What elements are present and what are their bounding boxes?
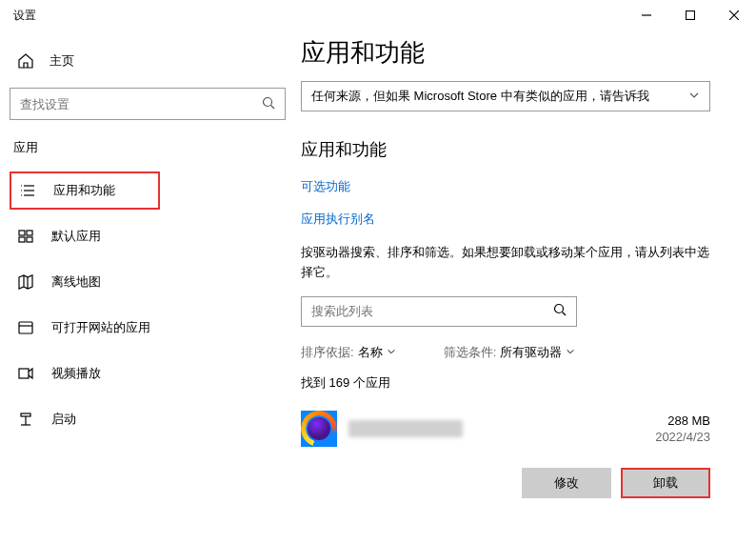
svg-rect-13 <box>27 231 32 235</box>
close-button[interactable] <box>712 0 756 30</box>
filter-label: 筛选条件: <box>444 344 497 361</box>
window-title: 设置 <box>13 8 625 24</box>
sort-value: 名称 <box>358 344 383 361</box>
home-button[interactable]: 主页 <box>10 42 291 80</box>
search-icon <box>553 303 567 319</box>
chevron-down-icon <box>688 90 700 104</box>
app-size: 288 MB <box>655 413 710 428</box>
startup-icon <box>17 411 34 428</box>
svg-line-23 <box>563 312 567 316</box>
nav-label: 启动 <box>51 411 76 428</box>
category-label: 应用 <box>10 139 291 156</box>
nav-apps-features[interactable]: 应用和功能 <box>10 171 160 210</box>
svg-rect-19 <box>21 413 30 416</box>
optional-features-link[interactable]: 可选功能 <box>301 178 733 195</box>
svg-rect-1 <box>686 11 695 20</box>
list-icon <box>19 182 36 199</box>
map-icon <box>17 273 34 291</box>
svg-rect-14 <box>19 237 25 242</box>
minimize-button[interactable] <box>625 0 668 30</box>
modify-button[interactable]: 修改 <box>522 468 611 498</box>
sort-selector[interactable]: 排序依据: 名称 <box>301 344 396 361</box>
chevron-down-icon <box>566 345 575 359</box>
defaults-icon <box>17 228 34 245</box>
nav-label: 默认应用 <box>51 228 101 245</box>
app-list-search[interactable] <box>301 296 577 327</box>
nav-website-apps[interactable]: 可打开网站的应用 <box>10 309 160 347</box>
firefox-icon <box>301 411 337 447</box>
nav-label: 应用和功能 <box>53 182 115 199</box>
app-date: 2022/4/23 <box>655 430 710 444</box>
settings-search-input[interactable] <box>20 97 262 111</box>
home-label: 主页 <box>50 52 74 70</box>
filter-selector[interactable]: 筛选条件: 所有驱动器 <box>444 344 576 361</box>
svg-rect-12 <box>19 231 25 235</box>
app-list-item[interactable]: 288 MB 2022/4/23 <box>301 405 710 453</box>
settings-search[interactable] <box>10 88 286 120</box>
chevron-down-icon <box>387 345 396 359</box>
uninstall-button[interactable]: 卸载 <box>621 468 710 498</box>
app-list-search-input[interactable] <box>311 304 553 318</box>
nav-default-apps[interactable]: 默认应用 <box>10 217 160 255</box>
svg-rect-15 <box>27 237 32 242</box>
svg-point-22 <box>555 305 564 313</box>
section-title: 应用和功能 <box>301 138 733 161</box>
app-alias-link[interactable]: 应用执行别名 <box>301 211 733 228</box>
svg-line-5 <box>271 105 275 109</box>
body-text: 按驱动器搜索、排序和筛选。如果想要卸载或移动某个应用，请从列表中选择它。 <box>301 243 710 283</box>
maximize-button[interactable] <box>668 0 712 30</box>
sort-label: 排序依据: <box>301 344 354 361</box>
svg-point-4 <box>264 97 272 106</box>
nav-video-playback[interactable]: 视频播放 <box>10 354 160 393</box>
nav-label: 视频播放 <box>51 365 101 382</box>
nav-label: 可打开网站的应用 <box>51 319 150 336</box>
dropdown-value: 任何来源，但如果 Microsoft Store 中有类似的应用，请告诉我 <box>311 88 649 105</box>
link-icon <box>17 319 34 336</box>
svg-rect-18 <box>19 369 29 378</box>
home-icon <box>17 52 34 70</box>
install-source-dropdown[interactable]: 任何来源，但如果 Microsoft Store 中有类似的应用，请告诉我 <box>301 81 710 111</box>
nav-label: 离线地图 <box>51 273 101 291</box>
video-icon <box>17 365 34 382</box>
app-count: 找到 169 个应用 <box>301 374 733 392</box>
nav-startup[interactable]: 启动 <box>10 400 160 438</box>
search-icon <box>262 96 275 112</box>
page-title: 应用和功能 <box>301 36 733 70</box>
svg-rect-16 <box>19 322 32 333</box>
nav-offline-maps[interactable]: 离线地图 <box>10 263 160 301</box>
filter-value: 所有驱动器 <box>500 344 562 361</box>
app-name <box>348 420 655 437</box>
